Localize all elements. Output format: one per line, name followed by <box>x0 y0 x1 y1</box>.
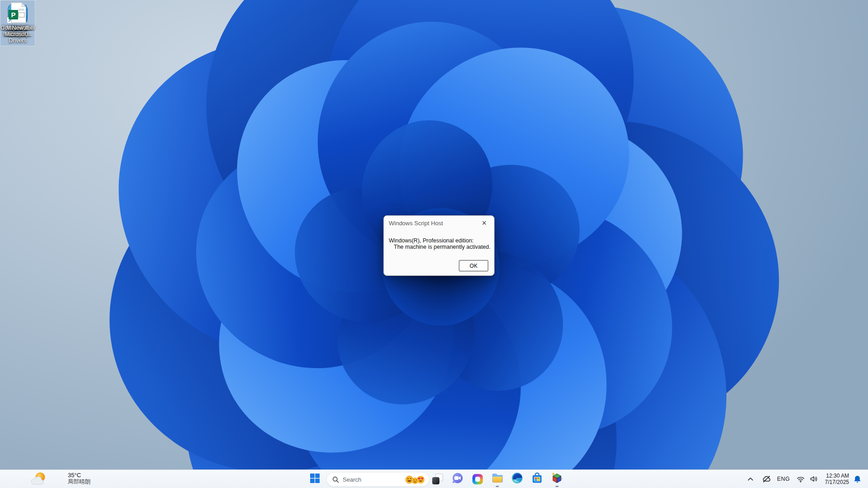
language-code: ENG <box>777 476 790 482</box>
copilot-icon <box>472 474 483 484</box>
dialog-message: Windows(R), Professional edition: The ma… <box>389 238 491 250</box>
search-placeholder: Search <box>343 476 407 483</box>
search-box[interactable]: Search <box>326 472 429 487</box>
onedrive-status-button[interactable] <box>760 470 773 488</box>
tray-time: 12:30 AM <box>820 473 849 479</box>
windows-logo-icon <box>310 474 320 485</box>
chevron-up-icon <box>747 477 754 481</box>
copilot-button[interactable] <box>467 470 487 488</box>
desktop-icon-label: New Microsof... <box>5 25 31 38</box>
file-explorer-icon <box>491 473 504 485</box>
script-host-cube-icon <box>551 472 563 486</box>
edge-taskbar-button[interactable] <box>507 470 527 488</box>
chat-icon <box>452 472 463 486</box>
windows-script-host-button[interactable] <box>547 470 567 488</box>
weather-text: 35°C 局部晴朗 <box>68 472 90 485</box>
wifi-icon <box>797 476 805 483</box>
running-indicator <box>496 486 499 487</box>
ok-button[interactable]: OK <box>459 260 488 271</box>
language-indicator[interactable]: ENG <box>774 470 793 488</box>
edge-icon <box>511 472 523 486</box>
notifications-button[interactable] <box>850 470 864 488</box>
svg-text:P: P <box>11 11 15 19</box>
microsoft-store-icon <box>531 472 543 486</box>
weather-temperature: 35°C <box>68 472 90 479</box>
weather-condition: 局部晴朗 <box>68 479 90 485</box>
wsh-dialog-window: Windows Script Host × Windows(R), Profes… <box>383 215 495 276</box>
running-indicator <box>556 486 559 487</box>
file-explorer-button[interactable] <box>487 470 507 488</box>
publisher-document-icon: P <box>7 2 28 24</box>
taskbar: 35°C 局部晴朗 Search <box>0 469 868 488</box>
volume-button[interactable] <box>807 470 821 488</box>
chat-button[interactable] <box>448 470 467 488</box>
dialog-message-line2: The machine is permanently activated. <box>394 244 491 251</box>
task-view-icon <box>432 474 443 484</box>
dialog-message-line1: Windows(R), Professional edition: <box>389 238 491 244</box>
start-button[interactable] <box>305 470 325 488</box>
weather-widget[interactable]: 35°C 局部晴朗 <box>18 470 118 488</box>
clock-widget[interactable]: 12:30 AM 7/17/2025 <box>820 470 849 488</box>
close-icon[interactable]: × <box>478 217 491 229</box>
search-highlight-emojis <box>407 474 425 484</box>
desktop-icon-new-publisher[interactable]: P New Microsof... <box>0 0 35 40</box>
tray-date: 7/17/2025 <box>820 479 849 485</box>
onedrive-off-icon <box>762 475 771 483</box>
notification-bell-icon <box>854 475 861 483</box>
hidden-icons-button[interactable] <box>744 470 757 488</box>
dialog-title: Windows Script Host <box>389 220 443 227</box>
microsoft-store-button[interactable] <box>527 470 547 488</box>
emoji-heart-eyes-icon <box>416 475 425 484</box>
speaker-icon <box>810 475 818 483</box>
search-icon <box>332 476 339 483</box>
sun-cloud-icon <box>29 470 49 488</box>
wifi-button[interactable] <box>794 470 807 488</box>
task-view-button[interactable] <box>428 470 448 488</box>
